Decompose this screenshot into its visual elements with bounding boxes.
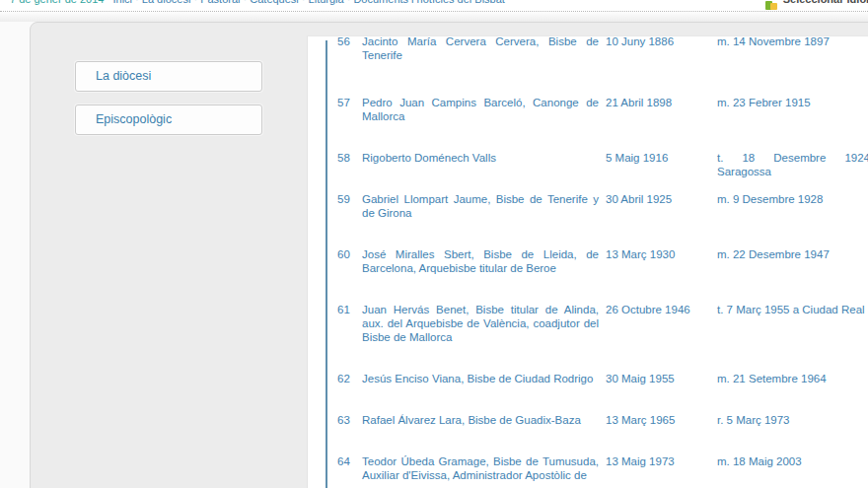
- table-row: 57Pedro Juan Campins Barceló, Canonge de…: [308, 96, 868, 123]
- cell-end: r. 5 Març 1973: [717, 413, 868, 427]
- sidebar-item-label: La diòcesi: [96, 69, 151, 83]
- cell-end: t. 7 Març 1955 a Ciudad Real: [717, 303, 868, 316]
- table-row: 59Gabriel Llompart Jaume, Bisbe de Tener…: [308, 192, 868, 220]
- table-row: 63Rafael Álvarez Lara, Bisbe de Guadix-B…: [308, 413, 868, 427]
- cell-num: 61: [337, 303, 359, 316]
- cell-name: Rafael Álvarez Lara, Bisbe de Guadix-Baz…: [362, 413, 599, 427]
- table-row: 64Teodor Úbeda Gramage, Bisbe de Tumusud…: [308, 454, 868, 482]
- cell-num: 57: [337, 96, 359, 109]
- page: 7 de gener de 2014 Inici · La diòcesi · …: [0, 0, 868, 488]
- cell-name: Jacinto María Cervera Cervera, Bisbe de …: [362, 35, 599, 62]
- cell-num: 60: [337, 247, 359, 261]
- cell-start: 21 Abril 1898: [606, 96, 700, 109]
- cell-start: 13 Març 1965: [606, 413, 700, 427]
- cell-start: 30 Maig 1955: [606, 372, 700, 385]
- cell-start: 5 Maig 1916: [606, 151, 700, 165]
- cell-name: Pedro Juan Campins Barceló, Canonge de M…: [362, 96, 599, 123]
- sidebar-item-episcopologic[interactable]: Episcopològic: [75, 105, 262, 135]
- cell-name: Teodor Úbeda Gramage, Bisbe de Tumusuda,…: [362, 454, 599, 482]
- sidebar-item-la-diocesi[interactable]: La diòcesi: [75, 61, 262, 92]
- cell-start: 10 Juny 1886: [606, 35, 700, 48]
- sidebar-item-label: Episcopològic: [96, 112, 172, 126]
- table-row: 56Jacinto María Cervera Cervera, Bisbe d…: [308, 35, 868, 62]
- cell-end: m. 14 Novembre 1897: [717, 35, 868, 48]
- cell-num: 62: [337, 372, 359, 385]
- cell-end: m. 9 Desembre 1928: [717, 192, 868, 206]
- cell-end: m. 23 Febrer 1915: [717, 96, 868, 109]
- bishops-table: 56Jacinto María Cervera Cervera, Bisbe d…: [308, 36, 868, 488]
- cell-name: Juan Hervás Benet, Bisbe titular de Alin…: [362, 303, 599, 344]
- table-row: 62Jesús Enciso Viana, Bisbe de Ciudad Ro…: [308, 372, 868, 385]
- table-row: 60José Miralles Sbert, Bisbe de Lleida, …: [308, 247, 868, 275]
- cell-name: Rigoberto Doménech Valls: [362, 151, 599, 165]
- translate-icon: [765, 1, 777, 10]
- cell-end: m. 21 Setembre 1964: [717, 372, 868, 385]
- episcopologic-list-viewport[interactable]: 56Jacinto María Cervera Cervera, Bisbe d…: [307, 35, 868, 488]
- cell-end: m. 18 Maig 2003: [717, 454, 868, 468]
- cell-num: 63: [337, 413, 359, 427]
- table-row: 61Juan Hervás Benet, Bisbe titular de Al…: [308, 303, 868, 344]
- table-row: 58Rigoberto Doménech Valls5 Maig 1916t. …: [308, 151, 868, 165]
- topbar-nav-links[interactable]: Inici · La diòcesi · Pastoral · Cateques…: [112, 0, 504, 5]
- cell-end: t. 18 Desembre 1924 Saragossa: [717, 151, 868, 178]
- cell-name: José Miralles Sbert, Bisbe de Lleida, de…: [362, 247, 599, 275]
- main-panel: La diòcesi Episcopològic 56Jacinto María…: [30, 22, 868, 488]
- header-strip: [0, 12, 868, 22]
- cell-start: 26 Octubre 1946: [606, 303, 700, 316]
- cell-start: 13 Març 1930: [606, 247, 700, 261]
- cell-num: 59: [337, 192, 359, 206]
- top-utility-bar: 7 de gener de 2014 Inici · La diòcesi · …: [0, 0, 868, 12]
- cell-name: Gabriel Llompart Jaume, Bisbe de Tenerif…: [362, 192, 599, 220]
- language-selector-label: Seleccionar idioma: [783, 0, 868, 5]
- cell-name: Jesús Enciso Viana, Bisbe de Ciudad Rodr…: [362, 372, 599, 385]
- language-selector[interactable]: Seleccionar idioma: [765, 0, 868, 10]
- cell-end: m. 22 Desembre 1947: [717, 247, 868, 261]
- cell-num: 64: [337, 454, 359, 468]
- cell-start: 13 Maig 1973: [606, 454, 700, 468]
- topbar-date-link[interactable]: 7 de gener de 2014: [10, 0, 104, 5]
- cell-start: 30 Abril 1925: [606, 192, 700, 206]
- cell-num: 56: [337, 35, 359, 48]
- cell-num: 58: [337, 151, 359, 165]
